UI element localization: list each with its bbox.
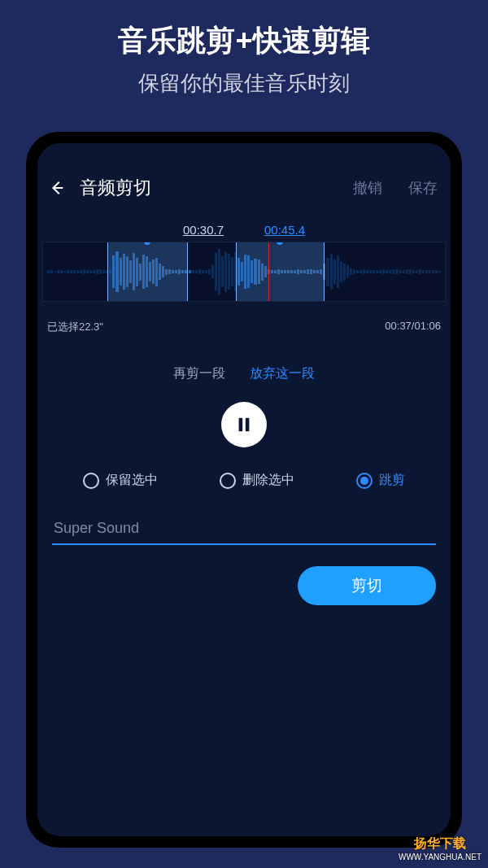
arrow-left-icon [48, 179, 66, 197]
time-markers: 00:30.7 00:45.4 [37, 223, 451, 237]
undo-button[interactable]: 撤销 [353, 178, 382, 198]
radio-icon [356, 473, 373, 489]
cut-button[interactable]: 剪切 [298, 566, 436, 605]
filename-input[interactable]: Super Sound [52, 513, 436, 545]
play-progress: 00:37/01:06 [385, 320, 441, 334]
app-screen: 音频剪切 撤销 保存 00:30.7 00:45.4 00:37.0 已选择22… [37, 143, 451, 836]
radio-skip[interactable]: 跳剪 [356, 472, 405, 489]
page-title: 音频剪切 [80, 176, 151, 200]
app-bar: 音频剪切 撤销 保存 [37, 166, 451, 207]
phone-frame: 音频剪切 撤销 保存 00:30.7 00:45.4 00:37.0 已选择22… [26, 132, 462, 848]
radio-delete[interactable]: 删除选中 [220, 472, 294, 489]
time-status-row: 已选择22.3" 00:37/01:06 [47, 320, 441, 334]
back-button[interactable] [46, 177, 68, 199]
svg-rect-0 [239, 418, 243, 432]
watermark-url: WWW.YANGHUA.NET [399, 853, 481, 861]
radio-label: 保留选中 [106, 472, 158, 489]
selection-start-time[interactable]: 00:30.7 [183, 223, 224, 237]
pause-icon [235, 416, 253, 434]
promo-subtitle: 保留你的最佳音乐时刻 [0, 69, 488, 98]
discard-segment-button[interactable]: 放弃这一段 [250, 365, 315, 382]
selection-end-time[interactable]: 00:45.4 [264, 223, 305, 237]
selection-segment[interactable] [236, 242, 325, 301]
playhead[interactable]: 00:37.0 [268, 242, 269, 302]
cut-another-button[interactable]: 再剪一段 [173, 365, 225, 382]
save-button[interactable]: 保存 [408, 178, 438, 198]
radio-icon [220, 473, 236, 489]
mode-radio-group: 保留选中 删除选中 跳剪 [52, 472, 436, 489]
radio-keep[interactable]: 保留选中 [83, 472, 158, 489]
waveform[interactable]: 00:37.0 [42, 242, 446, 302]
action-links: 再剪一段 放弃这一段 [37, 365, 451, 382]
radio-label: 跳剪 [379, 472, 405, 489]
segment-handle-icon[interactable] [277, 242, 283, 245]
radio-icon [83, 473, 99, 489]
play-pause-button[interactable] [221, 402, 267, 447]
selected-duration: 已选择22.3" [47, 320, 103, 334]
status-bar [37, 143, 451, 166]
selection-segment[interactable] [107, 242, 188, 301]
svg-rect-1 [246, 418, 250, 432]
segment-handle-icon[interactable] [144, 242, 150, 245]
promo-title: 音乐跳剪+快速剪辑 [0, 21, 488, 61]
radio-label: 删除选中 [242, 472, 294, 489]
